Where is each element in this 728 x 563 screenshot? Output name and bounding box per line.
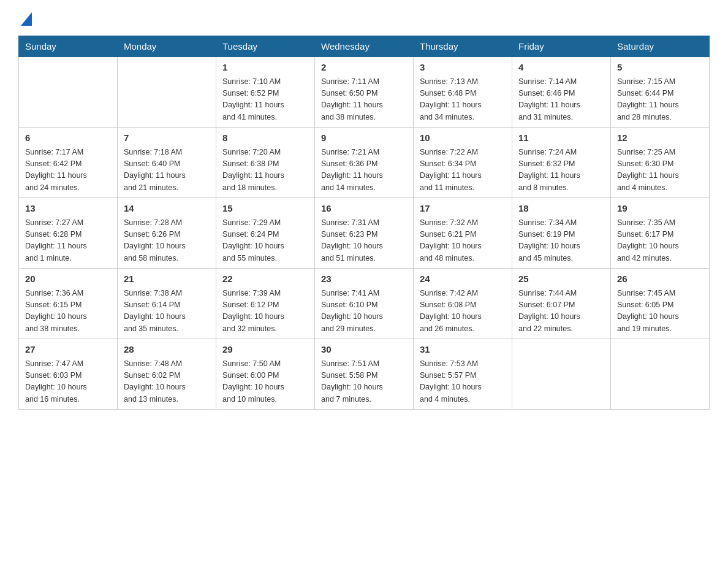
day-info: Sunrise: 7:17 AM Sunset: 6:42 PM Dayligh…	[25, 147, 111, 194]
day-number: 28	[124, 343, 210, 357]
day-number: 25	[518, 272, 604, 286]
calendar-cell: 16Sunrise: 7:31 AM Sunset: 6:23 PM Dayli…	[315, 198, 414, 269]
day-info: Sunrise: 7:39 AM Sunset: 6:12 PM Dayligh…	[222, 288, 308, 335]
day-info: Sunrise: 7:32 AM Sunset: 6:21 PM Dayligh…	[420, 217, 506, 265]
day-info: Sunrise: 7:44 AM Sunset: 6:07 PM Dayligh…	[518, 288, 604, 335]
calendar-cell: 2Sunrise: 7:11 AM Sunset: 6:50 PM Daylig…	[315, 57, 414, 128]
day-info: Sunrise: 7:29 AM Sunset: 6:24 PM Dayligh…	[222, 217, 308, 265]
calendar-table: SundayMondayTuesdayWednesdayThursdayFrid…	[18, 36, 710, 410]
day-number: 14	[124, 202, 210, 216]
day-info: Sunrise: 7:48 AM Sunset: 6:02 PM Dayligh…	[124, 358, 210, 406]
header-saturday: Saturday	[611, 36, 710, 57]
day-number: 26	[617, 272, 703, 286]
calendar-cell: 5Sunrise: 7:15 AM Sunset: 6:44 PM Daylig…	[611, 57, 710, 128]
day-info: Sunrise: 7:47 AM Sunset: 6:03 PM Dayligh…	[25, 358, 111, 406]
calendar-cell: 29Sunrise: 7:50 AM Sunset: 6:00 PM Dayli…	[216, 339, 315, 410]
calendar-cell	[19, 57, 118, 128]
calendar-cell	[118, 57, 216, 128]
calendar-cell: 15Sunrise: 7:29 AM Sunset: 6:24 PM Dayli…	[216, 198, 315, 269]
day-number: 4	[518, 61, 604, 75]
calendar-cell: 20Sunrise: 7:36 AM Sunset: 6:15 PM Dayli…	[19, 269, 118, 339]
day-info: Sunrise: 7:36 AM Sunset: 6:15 PM Dayligh…	[25, 288, 111, 335]
day-info: Sunrise: 7:41 AM Sunset: 6:10 PM Dayligh…	[321, 288, 407, 335]
day-number: 11	[518, 131, 604, 145]
day-info: Sunrise: 7:14 AM Sunset: 6:46 PM Dayligh…	[518, 76, 604, 124]
calendar-cell	[611, 339, 710, 410]
day-number: 17	[420, 202, 506, 216]
day-number: 15	[222, 202, 308, 216]
calendar-cell: 26Sunrise: 7:45 AM Sunset: 6:05 PM Dayli…	[611, 269, 710, 339]
calendar-cell: 9Sunrise: 7:21 AM Sunset: 6:36 PM Daylig…	[315, 128, 414, 198]
svg-marker-0	[21, 12, 32, 26]
day-number: 30	[321, 343, 407, 357]
calendar-cell: 25Sunrise: 7:44 AM Sunset: 6:07 PM Dayli…	[512, 269, 611, 339]
header-monday: Monday	[118, 36, 216, 57]
day-number: 3	[420, 61, 506, 75]
day-info: Sunrise: 7:20 AM Sunset: 6:38 PM Dayligh…	[222, 147, 308, 194]
day-number: 10	[420, 131, 506, 145]
day-number: 27	[25, 343, 111, 357]
calendar-cell: 12Sunrise: 7:25 AM Sunset: 6:30 PM Dayli…	[611, 128, 710, 198]
header-friday: Friday	[512, 36, 611, 57]
calendar-cell: 19Sunrise: 7:35 AM Sunset: 6:17 PM Dayli…	[611, 198, 710, 269]
day-number: 22	[222, 272, 308, 286]
calendar-cell: 17Sunrise: 7:32 AM Sunset: 6:21 PM Dayli…	[414, 198, 512, 269]
day-number: 16	[321, 202, 407, 216]
day-info: Sunrise: 7:10 AM Sunset: 6:52 PM Dayligh…	[222, 76, 308, 124]
day-info: Sunrise: 7:42 AM Sunset: 6:08 PM Dayligh…	[420, 288, 506, 335]
day-info: Sunrise: 7:38 AM Sunset: 6:14 PM Dayligh…	[124, 288, 210, 335]
day-info: Sunrise: 7:35 AM Sunset: 6:17 PM Dayligh…	[617, 217, 703, 265]
day-number: 21	[124, 272, 210, 286]
day-info: Sunrise: 7:51 AM Sunset: 5:58 PM Dayligh…	[321, 358, 407, 406]
calendar-cell: 11Sunrise: 7:24 AM Sunset: 6:32 PM Dayli…	[512, 128, 611, 198]
calendar-cell: 31Sunrise: 7:53 AM Sunset: 5:57 PM Dayli…	[414, 339, 512, 410]
header-sunday: Sunday	[19, 36, 118, 57]
day-number: 7	[124, 131, 210, 145]
calendar-cell: 13Sunrise: 7:27 AM Sunset: 6:28 PM Dayli…	[19, 198, 118, 269]
day-number: 6	[25, 131, 111, 145]
calendar-cell: 1Sunrise: 7:10 AM Sunset: 6:52 PM Daylig…	[216, 57, 315, 128]
day-info: Sunrise: 7:21 AM Sunset: 6:36 PM Dayligh…	[321, 147, 407, 194]
header-wednesday: Wednesday	[315, 36, 414, 57]
day-info: Sunrise: 7:11 AM Sunset: 6:50 PM Dayligh…	[321, 76, 407, 124]
day-number: 19	[617, 202, 703, 216]
day-number: 20	[25, 272, 111, 286]
day-number: 1	[222, 61, 308, 75]
logo	[18, 12, 37, 26]
day-number: 29	[222, 343, 308, 357]
calendar-cell: 7Sunrise: 7:18 AM Sunset: 6:40 PM Daylig…	[118, 128, 216, 198]
calendar-cell: 28Sunrise: 7:48 AM Sunset: 6:02 PM Dayli…	[118, 339, 216, 410]
day-number: 13	[25, 202, 111, 216]
day-number: 5	[617, 61, 703, 75]
page-header	[18, 12, 710, 26]
day-info: Sunrise: 7:28 AM Sunset: 6:26 PM Dayligh…	[124, 217, 210, 265]
day-info: Sunrise: 7:13 AM Sunset: 6:48 PM Dayligh…	[420, 76, 506, 124]
calendar-cell: 18Sunrise: 7:34 AM Sunset: 6:19 PM Dayli…	[512, 198, 611, 269]
week-row-5: 27Sunrise: 7:47 AM Sunset: 6:03 PM Dayli…	[19, 339, 710, 410]
calendar-cell: 4Sunrise: 7:14 AM Sunset: 6:46 PM Daylig…	[512, 57, 611, 128]
calendar-cell: 3Sunrise: 7:13 AM Sunset: 6:48 PM Daylig…	[414, 57, 512, 128]
logo-triangle-icon	[21, 12, 32, 26]
calendar-cell	[512, 339, 611, 410]
calendar-cell: 27Sunrise: 7:47 AM Sunset: 6:03 PM Dayli…	[19, 339, 118, 410]
calendar-cell: 10Sunrise: 7:22 AM Sunset: 6:34 PM Dayli…	[414, 128, 512, 198]
week-row-2: 6Sunrise: 7:17 AM Sunset: 6:42 PM Daylig…	[19, 128, 710, 198]
day-info: Sunrise: 7:34 AM Sunset: 6:19 PM Dayligh…	[518, 217, 604, 265]
calendar-cell: 8Sunrise: 7:20 AM Sunset: 6:38 PM Daylig…	[216, 128, 315, 198]
day-info: Sunrise: 7:53 AM Sunset: 5:57 PM Dayligh…	[420, 358, 506, 406]
day-info: Sunrise: 7:45 AM Sunset: 6:05 PM Dayligh…	[617, 288, 703, 335]
day-number: 12	[617, 131, 703, 145]
day-info: Sunrise: 7:24 AM Sunset: 6:32 PM Dayligh…	[518, 147, 604, 194]
day-number: 31	[420, 343, 506, 357]
day-number: 23	[321, 272, 407, 286]
calendar-cell: 14Sunrise: 7:28 AM Sunset: 6:26 PM Dayli…	[118, 198, 216, 269]
day-info: Sunrise: 7:15 AM Sunset: 6:44 PM Dayligh…	[617, 76, 703, 124]
calendar-header-row: SundayMondayTuesdayWednesdayThursdayFrid…	[19, 36, 710, 57]
week-row-3: 13Sunrise: 7:27 AM Sunset: 6:28 PM Dayli…	[19, 198, 710, 269]
day-info: Sunrise: 7:22 AM Sunset: 6:34 PM Dayligh…	[420, 147, 506, 194]
calendar-cell: 21Sunrise: 7:38 AM Sunset: 6:14 PM Dayli…	[118, 269, 216, 339]
calendar-cell: 23Sunrise: 7:41 AM Sunset: 6:10 PM Dayli…	[315, 269, 414, 339]
calendar-cell: 22Sunrise: 7:39 AM Sunset: 6:12 PM Dayli…	[216, 269, 315, 339]
day-info: Sunrise: 7:31 AM Sunset: 6:23 PM Dayligh…	[321, 217, 407, 265]
day-info: Sunrise: 7:25 AM Sunset: 6:30 PM Dayligh…	[617, 147, 703, 194]
